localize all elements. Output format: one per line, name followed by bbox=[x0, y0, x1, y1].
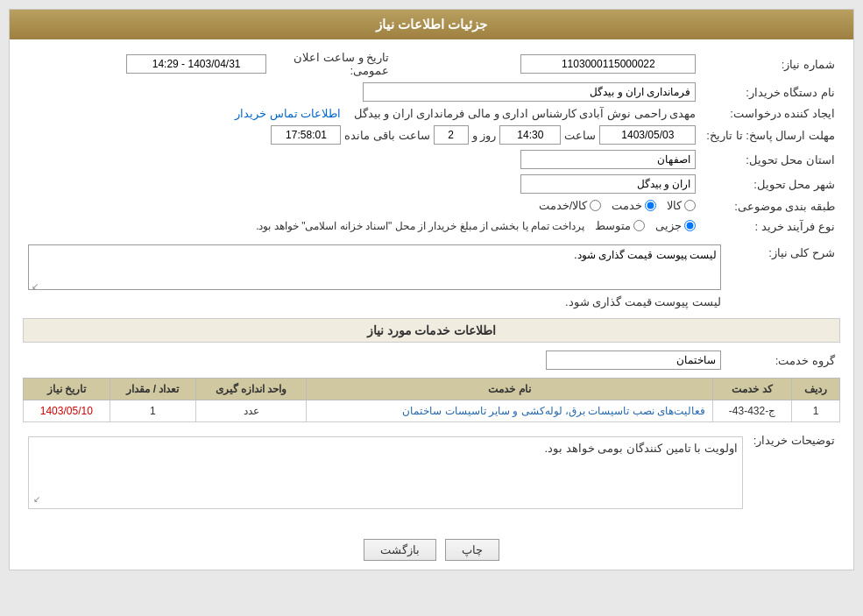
response-deadline-container: ساعت روز و ساعت باقی مانده bbox=[28, 125, 696, 145]
cell-date: 1403/05/10 bbox=[24, 400, 110, 422]
purchase-type-note: پرداخت تمام یا بخشی از مبلغ خریدار از مح… bbox=[256, 220, 584, 232]
service-group-value bbox=[23, 348, 726, 372]
col-unit: واحد اندازه گیری bbox=[196, 379, 307, 400]
buyer-org-value bbox=[23, 80, 701, 104]
description-wrapper: ↙ bbox=[28, 244, 721, 293]
description-table: شرح کلی نیاز: ↙ لیست پیوست قیمت گذاری شو… bbox=[23, 242, 840, 311]
response-deadline-label: مهلت ارسال پاسخ: تا تاریخ: bbox=[701, 123, 840, 147]
category-radio-kala-khedmat[interactable]: کالا/خدمت bbox=[539, 199, 602, 212]
buyer-notes-area: اولویت با تامین کنندگان بومی خواهد بود. … bbox=[28, 436, 743, 509]
category-kala-radio[interactable] bbox=[684, 200, 696, 211]
creator-text: مهدی راحمی نوش آبادی کارشناس اداری و مال… bbox=[354, 107, 697, 120]
response-date-input[interactable] bbox=[599, 125, 696, 145]
service-group-row: گروه خدمت: bbox=[23, 348, 840, 372]
category-label: طبقه بندی موضوعی: bbox=[701, 196, 840, 216]
publish-date-label: تاریخ و ساعت اعلان عمومی: bbox=[272, 48, 394, 80]
cell-unit: عدد bbox=[196, 400, 307, 422]
buyer-notes-table: توضیحات خریدار: اولویت با تامین کنندگان … bbox=[23, 429, 840, 516]
creator-value: مهدی راحمی نوش آبادی کارشناس اداری و مال… bbox=[23, 104, 701, 123]
table-row: نام دستگاه خریدار: bbox=[23, 80, 840, 104]
services-table-head: ردیف کد خدمت نام خدمت واحد اندازه گیری ت… bbox=[24, 379, 840, 400]
table-row: شماره نیاز: تاریخ و ساعت اعلان عمومی: bbox=[23, 48, 840, 80]
purchase-type-radio-group: جزیی متوسط پرداخت تمام یا بخشی از مبلغ خ… bbox=[256, 219, 696, 232]
description-value-cell: ↙ لیست پیوست قیمت گذاری شود. bbox=[23, 242, 726, 311]
page-header: جزئیات اطلاعات نیاز bbox=[10, 10, 853, 39]
services-section-title: اطلاعات خدمات مورد نیاز bbox=[23, 318, 840, 343]
purchase-jozi-radio[interactable] bbox=[684, 220, 696, 231]
need-number-input[interactable] bbox=[520, 54, 696, 74]
service-group-input[interactable] bbox=[546, 350, 721, 370]
cell-row-num: 1 bbox=[792, 400, 840, 422]
col-quantity: تعداد / مقدار bbox=[110, 379, 195, 400]
page-wrapper: جزئیات اطلاعات نیاز شماره نیاز: تاریخ و … bbox=[0, 0, 863, 616]
services-data-table: ردیف کد خدمت نام خدمت واحد اندازه گیری ت… bbox=[23, 378, 840, 422]
description-text: لیست پیوست قیمت گذاری شود. bbox=[28, 293, 721, 308]
col-date: تاریخ نیاز bbox=[24, 379, 110, 400]
category-khedmat-radio[interactable] bbox=[645, 200, 656, 211]
table-row: مهلت ارسال پاسخ: تا تاریخ: ساعت روز و سا… bbox=[23, 123, 840, 147]
need-number-label: شماره نیاز: bbox=[701, 48, 840, 80]
buyer-notes-row: توضیحات خریدار: اولویت با تامین کنندگان … bbox=[23, 429, 840, 516]
info-table: شماره نیاز: تاریخ و ساعت اعلان عمومی: نا… bbox=[23, 48, 840, 237]
cell-service-name: فعالیت‌های نصب تاسیسات برق، لوله‌کشی و س… bbox=[307, 400, 713, 422]
print-button[interactable]: چاپ bbox=[445, 539, 499, 561]
response-deadline-row: ساعت روز و ساعت باقی مانده bbox=[23, 123, 701, 147]
category-radio-group: کالا خدمت کالا/خدمت bbox=[539, 199, 697, 212]
col-service-code: کد خدمت bbox=[713, 379, 792, 400]
back-button[interactable]: بازگشت bbox=[364, 539, 436, 561]
city-label: شهر محل تحویل: bbox=[701, 172, 840, 196]
city-input[interactable] bbox=[520, 174, 696, 194]
buyer-notes-value-cell: اولویت با تامین کنندگان بومی خواهد بود. … bbox=[23, 429, 748, 516]
buyer-notes-label: توضیحات خریدار: bbox=[748, 429, 840, 516]
category-radio-kala[interactable]: کالا bbox=[667, 199, 696, 212]
table-row: 1 ج-432-43- فعالیت‌های نصب تاسیسات برق، … bbox=[24, 400, 840, 422]
service-group-table: گروه خدمت: bbox=[23, 348, 840, 372]
cell-quantity: 1 bbox=[110, 400, 195, 422]
scroll-indicator: ↙ bbox=[32, 281, 39, 291]
publish-date-input[interactable] bbox=[126, 54, 266, 74]
table-row: استان محل تحویل: bbox=[23, 147, 840, 172]
response-days-input[interactable] bbox=[434, 125, 469, 145]
services-table-body: 1 ج-432-43- فعالیت‌های نصب تاسیسات برق، … bbox=[24, 400, 840, 422]
description-label: شرح کلی نیاز: bbox=[726, 242, 840, 311]
buyer-notes-text: اولویت با تامین کنندگان بومی خواهد بود. bbox=[33, 442, 738, 494]
purchase-type-label: نوع فرآیند خرید : bbox=[701, 216, 840, 237]
category-both-label: کالا/خدمت bbox=[539, 199, 588, 212]
footer-buttons: چاپ بازگشت bbox=[10, 530, 853, 570]
service-group-label: گروه خدمت: bbox=[726, 348, 840, 372]
time-label: ساعت bbox=[564, 129, 596, 142]
col-service-name: نام خدمت bbox=[307, 379, 713, 400]
notes-scroll: ↙ bbox=[33, 494, 738, 504]
table-row: طبقه بندی موضوعی: کالا خدمت bbox=[23, 196, 840, 216]
buyer-org-input[interactable] bbox=[363, 82, 696, 102]
page-title: جزئیات اطلاعات نیاز bbox=[376, 17, 487, 32]
creator-link[interactable]: اطلاعات تماس خریدار bbox=[235, 107, 341, 120]
purchase-jozi-label: جزیی bbox=[655, 219, 682, 232]
cell-service-code: ج-432-43- bbox=[713, 400, 792, 422]
province-value bbox=[23, 147, 701, 172]
purchase-type-jozi[interactable]: جزیی bbox=[655, 219, 696, 232]
province-label: استان محل تحویل: bbox=[701, 147, 840, 172]
col-row-num: ردیف bbox=[792, 379, 840, 400]
main-container: جزئیات اطلاعات نیاز شماره نیاز: تاریخ و … bbox=[9, 9, 854, 570]
category-options: کالا خدمت کالا/خدمت bbox=[23, 196, 701, 216]
table-row: ایجاد کننده درخواست: مهدی راحمی نوش آباد… bbox=[23, 104, 840, 123]
services-header-row: ردیف کد خدمت نام خدمت واحد اندازه گیری ت… bbox=[24, 379, 840, 400]
category-radio-khedmat[interactable]: خدمت bbox=[612, 199, 656, 212]
creator-label: ایجاد کننده درخواست: bbox=[701, 104, 840, 123]
remaining-time-input[interactable] bbox=[271, 125, 341, 145]
content-area: شماره نیاز: تاریخ و ساعت اعلان عمومی: نا… bbox=[10, 39, 853, 530]
category-both-radio[interactable] bbox=[590, 200, 601, 211]
purchase-type-motavaset[interactable]: متوسط bbox=[595, 219, 645, 232]
description-textarea[interactable] bbox=[28, 244, 721, 290]
need-number-value bbox=[394, 48, 701, 80]
response-time-input[interactable] bbox=[499, 125, 561, 145]
remaining-label: ساعت باقی مانده bbox=[344, 129, 429, 142]
purchase-motavaset-radio[interactable] bbox=[633, 220, 645, 231]
category-khedmat-label: خدمت bbox=[612, 199, 642, 212]
purchase-motavaset-label: متوسط bbox=[595, 219, 631, 232]
province-input[interactable] bbox=[520, 150, 696, 169]
publish-date-value bbox=[23, 48, 272, 80]
category-kala-label: کالا bbox=[667, 199, 682, 212]
purchase-type-options: جزیی متوسط پرداخت تمام یا بخشی از مبلغ خ… bbox=[23, 216, 701, 237]
